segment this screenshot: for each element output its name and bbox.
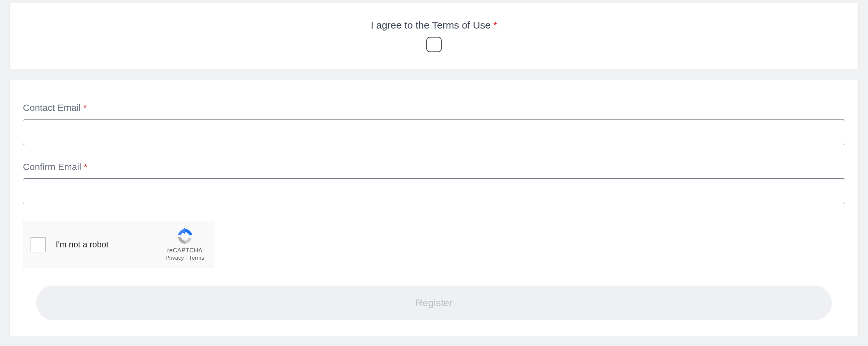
required-marker: * <box>493 20 497 31</box>
agree-terms-label: I agree to the Terms of Use * <box>371 20 497 31</box>
recaptcha-separator: - <box>184 255 189 261</box>
recaptcha-privacy-link[interactable]: Privacy <box>165 255 184 261</box>
recaptcha-widget: I'm not a robot reCAPTCHA Privacy - Term… <box>23 221 214 268</box>
recaptcha-brand-text: reCAPTCHA <box>167 247 203 254</box>
register-button[interactable]: Register <box>36 286 832 320</box>
recaptcha-terms-link[interactable]: Terms <box>189 255 204 261</box>
required-marker: * <box>83 103 87 113</box>
confirm-email-input[interactable] <box>23 178 845 204</box>
email-registration-section: Contact Email * Confirm Email * I'm not … <box>9 80 859 336</box>
confirm-email-label: Confirm Email * <box>23 162 845 172</box>
confirm-email-group: Confirm Email * <box>23 162 845 204</box>
recaptcha-links: Privacy - Terms <box>165 255 205 261</box>
recaptcha-icon <box>176 228 194 245</box>
contact-email-label: Contact Email * <box>23 103 845 113</box>
recaptcha-branding: reCAPTCHA Privacy - Terms <box>162 228 208 261</box>
contact-email-label-text: Contact Email <box>23 103 81 113</box>
agree-terms-text: I agree to the Terms of Use <box>371 20 490 31</box>
confirm-email-label-text: Confirm Email <box>23 162 81 172</box>
terms-agreement-section: I agree to the Terms of Use * <box>9 3 859 69</box>
contact-email-input[interactable] <box>23 119 845 145</box>
recaptcha-checkbox[interactable] <box>31 237 46 252</box>
contact-email-group: Contact Email * <box>23 103 845 145</box>
agree-terms-checkbox[interactable] <box>426 37 442 52</box>
required-marker: * <box>84 162 88 172</box>
recaptcha-label: I'm not a robot <box>56 240 162 249</box>
